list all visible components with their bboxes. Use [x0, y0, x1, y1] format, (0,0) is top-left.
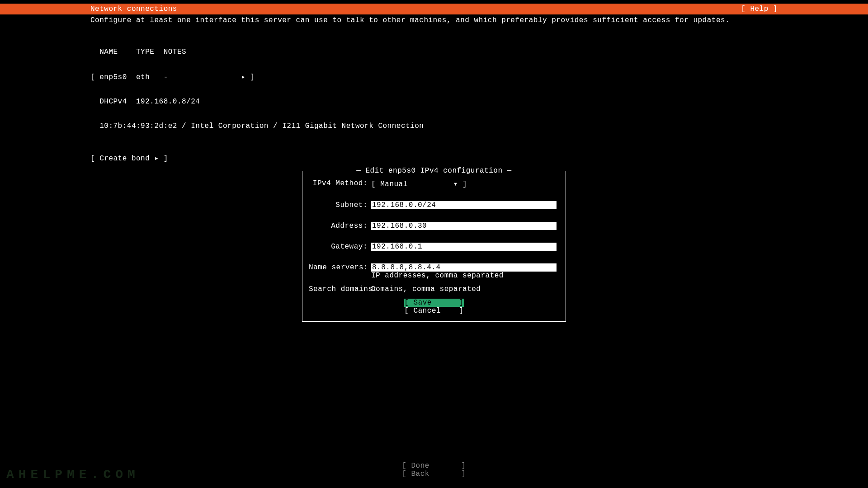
nameservers-hint: IP addresses, comma separated: [371, 272, 559, 280]
search-domains-label: Search domains:: [309, 285, 368, 293]
interface-dhcp-info: DHCPv4 192.168.0.8/24: [90, 98, 778, 106]
create-bond-button[interactable]: [ Create bond ▸ ]: [90, 154, 778, 163]
gateway-input[interactable]: 192.168.0.1: [371, 243, 557, 251]
nameservers-input[interactable]: 8.8.8.8,8.8.4.4: [371, 263, 557, 272]
ipv4-config-dialog: ─ Edit enp5s0 IPv4 configuration ─ IPv4 …: [302, 171, 566, 322]
method-label: IPv4 Method:: [309, 179, 368, 188]
done-button[interactable]: [ Done ]: [402, 462, 466, 470]
address-label: Address:: [309, 222, 368, 230]
dialog-title: ─ Edit enp5s0 IPv4 configuration ─: [354, 167, 513, 175]
address-input[interactable]: 192.168.0.30: [371, 222, 557, 230]
back-button[interactable]: [ Back ]: [402, 470, 466, 478]
cancel-button[interactable]: [ Cancel ]: [404, 307, 463, 315]
interface-row-enp5s0[interactable]: [ enp5s0 eth - ▸ ]: [90, 72, 778, 81]
help-button[interactable]: [ Help ]: [741, 5, 778, 13]
watermark: AHELPME.COM: [6, 468, 140, 482]
subnet-input[interactable]: 192.168.0.0/24: [371, 201, 557, 209]
subnet-label: Subnet:: [309, 201, 368, 209]
description-text: Configure at least one interface this se…: [90, 16, 778, 24]
interface-hw-info: 10:7b:44:93:2d:e2 / Intel Corporation / …: [90, 122, 778, 130]
nameservers-label: Name servers:: [309, 263, 368, 280]
header-bar: Network connections [ Help ]: [0, 4, 868, 14]
page-title: Network connections: [90, 5, 177, 13]
ipv4-method-select[interactable]: [ Manual ▾ ]: [371, 180, 467, 188]
search-domains-hint: Domains, comma separated: [371, 285, 559, 293]
interface-list: NAME TYPE NOTES [ enp5s0 eth - ▸ ] DHCPv…: [90, 32, 778, 146]
save-button[interactable]: [ Save ]: [404, 299, 463, 307]
gateway-label: Gateway:: [309, 243, 368, 251]
interface-header-row: NAME TYPE NOTES: [90, 48, 778, 56]
footer-buttons: [ Done ] [ Back ]: [402, 462, 466, 478]
main-content: Configure at least one interface this se…: [0, 14, 868, 164]
